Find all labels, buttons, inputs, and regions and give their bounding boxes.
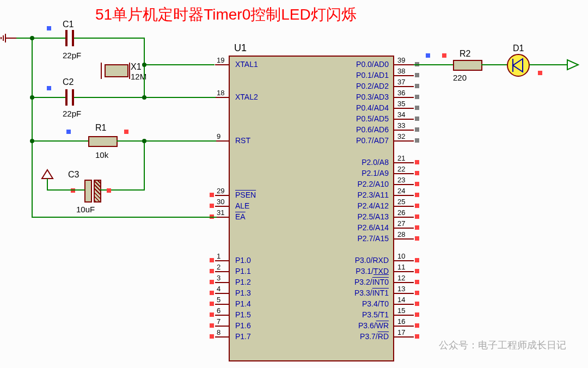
pin-label: P1.0: [235, 256, 251, 265]
pin-label: P3.7/RD: [360, 332, 389, 341]
pin-number: 30: [217, 198, 224, 206]
resistor-icon: [88, 136, 118, 147]
probe-icon: [415, 302, 419, 306]
schematic-title: 51单片机定时器Timer0控制LED灯闪烁: [95, 4, 357, 25]
pin-label: P3.5/T1: [362, 310, 389, 319]
pin-line: [215, 260, 229, 261]
pin-line: [393, 75, 414, 76]
pin-label: P3.6/WR: [358, 321, 389, 330]
led-icon: [506, 53, 530, 77]
probe-icon: [415, 258, 419, 262]
pin-line: [215, 195, 229, 196]
probe-icon: [442, 53, 446, 58]
pin-line: [215, 97, 229, 98]
probe-icon: [210, 334, 214, 339]
pin-line: [215, 282, 229, 283]
probe-icon: [47, 86, 51, 90]
pin-number: 6: [217, 306, 220, 315]
cap-polar-icon: [84, 180, 92, 203]
pin-line: [393, 130, 414, 131]
probe-icon: [415, 106, 419, 110]
pin-number: 23: [397, 176, 405, 184]
pin-number: 18: [217, 89, 224, 97]
pin-line: [215, 206, 229, 207]
c1-ref: C1: [63, 20, 74, 29]
probe-icon: [415, 334, 419, 339]
pin-number: 28: [397, 230, 405, 238]
pin-label: P0.3/AD3: [356, 93, 389, 101]
pin-line: [215, 326, 229, 327]
pin-line: [393, 304, 414, 305]
probe-icon: [415, 269, 419, 273]
pin-label: P0.2/AD2: [356, 82, 389, 90]
probe-icon: [210, 204, 214, 208]
pin-number: 7: [217, 317, 220, 326]
probe-icon: [210, 258, 214, 262]
crystal-icon: [105, 64, 128, 77]
pin-label: XTAL2: [235, 93, 258, 101]
svg-marker-4: [42, 170, 53, 179]
d1-ref: D1: [513, 44, 524, 53]
probe-icon: [415, 312, 419, 317]
pin-label: P2.7/A15: [357, 234, 389, 243]
pin-number: 4: [217, 285, 220, 293]
pin-line: [215, 315, 229, 316]
pin-label: P2.1/A9: [362, 169, 389, 177]
pin-number: 24: [397, 187, 405, 195]
pin-number: 21: [397, 154, 405, 162]
pin-number: 39: [397, 56, 405, 64]
chip-ref: U1: [234, 42, 247, 54]
pin-label: P0.7/AD7: [356, 136, 389, 145]
pin-label: P3.3/INT1: [354, 289, 389, 297]
probe-icon: [210, 312, 214, 317]
probe-icon: [538, 71, 542, 75]
pin-line: [393, 86, 414, 87]
probe-icon: [415, 95, 419, 99]
pin-number: 8: [217, 328, 220, 336]
pin-label: RST: [235, 136, 250, 145]
c2-ref: C2: [63, 77, 74, 87]
c3-ref: C3: [68, 170, 79, 180]
pin-label: P1.2: [235, 278, 251, 286]
pin-label: P2.0/A8: [362, 158, 389, 167]
pin-number: 38: [397, 67, 405, 75]
pin-number: 34: [397, 111, 405, 119]
pin-label: P1.6: [235, 321, 251, 330]
svg-marker-8: [567, 60, 578, 70]
pin-line: [393, 173, 414, 174]
pin-number: 10: [397, 252, 405, 260]
probe-icon: [415, 171, 419, 175]
pin-label: ALE: [235, 201, 249, 210]
probe-icon: [426, 53, 430, 58]
pin-number: 17: [397, 328, 405, 336]
pin-label: P2.3/A11: [357, 191, 389, 199]
pin-number: 26: [397, 208, 405, 217]
pin-label: P1.4: [235, 299, 251, 308]
pin-number: 37: [397, 78, 405, 86]
probe-icon: [415, 138, 419, 143]
pin-line: [393, 326, 414, 327]
pin-number: 14: [397, 296, 405, 304]
pin-line: [393, 184, 414, 185]
pin-line: [393, 140, 414, 142]
pin-label: P2.2/A10: [357, 180, 389, 188]
watermark-text: 公众号：电子工程师成长日记: [439, 339, 566, 352]
pin-line: [215, 64, 229, 65]
pin-label: XTAL1: [235, 60, 258, 69]
probe-icon: [124, 130, 128, 134]
pin-number: 31: [217, 208, 224, 217]
pin-number: 9: [217, 132, 220, 140]
pin-number: 15: [397, 306, 405, 315]
pin-number: 16: [397, 317, 405, 326]
pin-label: P3.4/T0: [362, 299, 389, 308]
pin-line: [393, 64, 414, 65]
pin-line: [393, 228, 414, 229]
pin-line: [393, 206, 414, 207]
probe-icon: [210, 323, 214, 328]
vcc-right-icon: [565, 58, 581, 72]
pin-line: [393, 271, 414, 272]
probe-icon: [415, 214, 419, 219]
probe-icon: [107, 188, 111, 193]
probe-icon: [415, 182, 419, 186]
probe-icon: [210, 280, 214, 284]
